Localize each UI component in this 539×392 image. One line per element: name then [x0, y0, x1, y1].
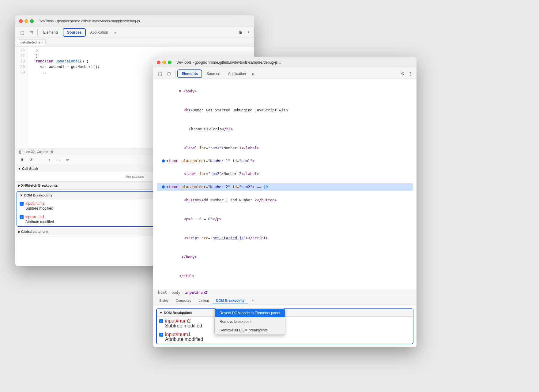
- deactivate-btn[interactable]: ✏: [64, 156, 72, 164]
- tab-layout[interactable]: Layout: [195, 297, 213, 304]
- bp-desc-bottom-1: Attribute modified: [165, 337, 203, 342]
- devtools-window-front: DevTools - googlechrome.github.io/devtoo…: [153, 57, 417, 347]
- maximize-traffic-light-front[interactable]: [168, 61, 172, 64]
- breakpoint-dot-num1: [162, 159, 165, 162]
- gear-icon-back[interactable]: ⚙: [237, 29, 244, 36]
- bottom-panel-content: ▼ DOM Breakpoints ✓ input#num2 Subtree m…: [153, 305, 417, 347]
- bp-selector-0-back: input#num2: [25, 201, 45, 206]
- context-menu: Reveal DOM node in Elements panel Remove…: [214, 308, 285, 335]
- step-out-btn[interactable]: ↑: [45, 156, 53, 164]
- tab-more-back[interactable]: »: [112, 31, 118, 34]
- context-menu-reveal-label: Reveal DOM node in Elements panel: [220, 311, 280, 315]
- bottom-tab-bar: Styles Computed Layout DOM Breakpoints »: [153, 296, 417, 305]
- global-listeners-label: ▶ Global Listeners: [18, 230, 47, 234]
- status-text-back: Line 32, Column 18: [24, 150, 53, 154]
- dots-icon-front[interactable]: ⋮: [407, 70, 414, 77]
- bp-text-bottom-1: input#num1 Attribute modified: [165, 332, 203, 342]
- bp-desc-1-back: Attribute modified: [25, 219, 54, 224]
- window-title-front: DevTools - googlechrome.github.io/devtoo…: [176, 60, 281, 65]
- html-close-html: </html>: [157, 267, 413, 286]
- line-numbers-back: 26 27 28 29 30: [15, 47, 28, 148]
- breadcrumb-bar: html › body › input#num2: [153, 289, 417, 296]
- bp-text-1-back: input#num1 Attribute modified: [25, 215, 54, 224]
- step-over-btn[interactable]: ↺: [27, 156, 35, 164]
- tab-sources-back[interactable]: Sources: [63, 28, 86, 37]
- html-p: <p>0 + 0 = 00</p>: [157, 210, 413, 229]
- dom-bp-arrow: ▼: [20, 193, 23, 197]
- tab-application-back[interactable]: Application: [86, 28, 112, 37]
- tab-separator-back: [37, 29, 38, 35]
- bp-desc-bottom-0: Subtree modified: [165, 323, 202, 328]
- html-input-num2[interactable]: <input placeholder="Number 2" id="num2">…: [157, 183, 413, 191]
- html-tree-front: ▼ <body> <h1>Demo: Get Started Debugging…: [153, 79, 417, 289]
- code-line-26: }: [31, 48, 251, 53]
- minimize-traffic-light[interactable]: [24, 19, 28, 23]
- bp-checkbox-1-back[interactable]: ✓: [20, 215, 24, 219]
- bp-text-bottom-0: input#num2 Subtree modified: [165, 319, 202, 328]
- file-tab-name-back: get-started.js: [21, 40, 40, 44]
- close-traffic-light[interactable]: [19, 19, 23, 23]
- file-tab-back[interactable]: get-started.js ×: [18, 39, 46, 45]
- html-label-num2: <label for="num2">Number 2</label>: [157, 164, 413, 183]
- tab-elements-front[interactable]: Elements: [177, 69, 202, 78]
- tab-elements-back[interactable]: Elements: [40, 28, 62, 37]
- bp-text-0-back: input#num2 Subtree modified: [25, 201, 53, 211]
- context-menu-remove-label: Remove breakpoint: [220, 319, 251, 324]
- device-icon-btn-front[interactable]: ⊡: [165, 69, 173, 78]
- tab-more-front[interactable]: »: [250, 72, 256, 76]
- dom-bp-bottom-label: DOM Breakpoints: [164, 311, 192, 315]
- file-tabs-back: get-started.js ×: [15, 38, 254, 47]
- tab-application-front[interactable]: Application: [224, 69, 250, 78]
- breadcrumb-input-num2[interactable]: input#num2: [184, 290, 208, 295]
- tab-bar-back: ⬚ ⊡ Elements Sources Application » ⚙ ⋮: [15, 27, 254, 38]
- inspect-icon-btn-back[interactable]: ⬚: [18, 28, 26, 37]
- step-btn[interactable]: →: [55, 156, 62, 164]
- html-close-body: </body>: [157, 248, 413, 267]
- not-paused-text: Not paused: [125, 175, 144, 179]
- context-menu-item-reveal[interactable]: Reveal DOM node in Elements panel: [215, 309, 285, 317]
- dom-bp-bottom-arrow: ▼: [159, 311, 163, 315]
- bp-checkbox-bottom-1[interactable]: ✓: [159, 333, 163, 337]
- dots-icon-back[interactable]: ⋮: [245, 29, 252, 36]
- step-into-btn[interactable]: ↓: [36, 156, 44, 164]
- bp-checkbox-bottom-0[interactable]: ✓: [159, 319, 163, 323]
- breakpoint-dot-num2: [162, 185, 165, 189]
- html-button: <button>Add Number 1 and Number 2</butto…: [157, 191, 413, 210]
- tab-sources-front[interactable]: Sources: [203, 69, 224, 78]
- bp-checkbox-0-back[interactable]: ✓: [20, 202, 24, 206]
- gear-icon-front[interactable]: ⚙: [399, 70, 407, 77]
- context-menu-item-remove-all[interactable]: Remove all DOM breakpoints: [215, 326, 285, 334]
- breadcrumb-html[interactable]: html: [157, 290, 168, 295]
- bp-selector-bottom-1: input#num1: [165, 332, 191, 337]
- tab-computed[interactable]: Computed: [172, 297, 195, 304]
- tab-bar-front: ⬚ ⊡ Elements Sources Application » ⚙ ⋮: [153, 68, 417, 79]
- maximize-traffic-light[interactable]: [30, 19, 34, 23]
- tab-dom-breakpoints[interactable]: DOM Breakpoints: [213, 297, 248, 304]
- dom-bp-label-back: DOM Breakpoints: [24, 193, 52, 197]
- close-traffic-light-front[interactable]: [157, 61, 160, 64]
- tab-more-bottom[interactable]: »: [248, 297, 257, 304]
- inspect-icon-btn-front[interactable]: ⬚: [156, 69, 164, 78]
- html-h1: <h1>Demo: Get Started Debugging JavaScri…: [157, 101, 413, 120]
- window-title-back: DevTools - googlechrome.github.io/devtoo…: [39, 19, 143, 23]
- breadcrumb-body[interactable]: body: [170, 290, 182, 295]
- device-icon-btn-back[interactable]: ⊡: [27, 28, 36, 37]
- context-menu-remove-all-label: Remove all DOM breakpoints: [220, 328, 268, 332]
- html-h1-cont: Chrome DevTools</h1>: [157, 120, 413, 139]
- titlebar-front: DevTools - googlechrome.github.io/devtoo…: [153, 57, 417, 68]
- xhr-label: ▶ XHR/fetch Breakpoints: [18, 184, 58, 188]
- pause-btn[interactable]: ⏸: [18, 156, 26, 164]
- html-script: <script src="get-started.js"></script>: [157, 229, 413, 248]
- tab-styles[interactable]: Styles: [156, 297, 172, 304]
- bp-selector-1-back: input#num1: [25, 215, 45, 219]
- bp-selector-bottom-0: input#num2: [165, 318, 191, 323]
- main-content-front: ▼ <body> <h1>Demo: Get Started Debugging…: [153, 79, 417, 347]
- traffic-lights-back: [19, 19, 34, 23]
- tab-separator-front: [175, 71, 175, 77]
- html-body-tag: ▼ <body>: [157, 82, 413, 101]
- file-tab-close-back[interactable]: ×: [41, 41, 43, 44]
- context-menu-item-remove[interactable]: Remove breakpoint: [215, 317, 285, 326]
- titlebar-back: DevTools - googlechrome.github.io/devtoo…: [15, 15, 254, 27]
- devtools-panel-front: ⬚ ⊡ Elements Sources Application » ⚙ ⋮ ▼…: [153, 68, 417, 347]
- minimize-traffic-light-front[interactable]: [162, 61, 166, 64]
